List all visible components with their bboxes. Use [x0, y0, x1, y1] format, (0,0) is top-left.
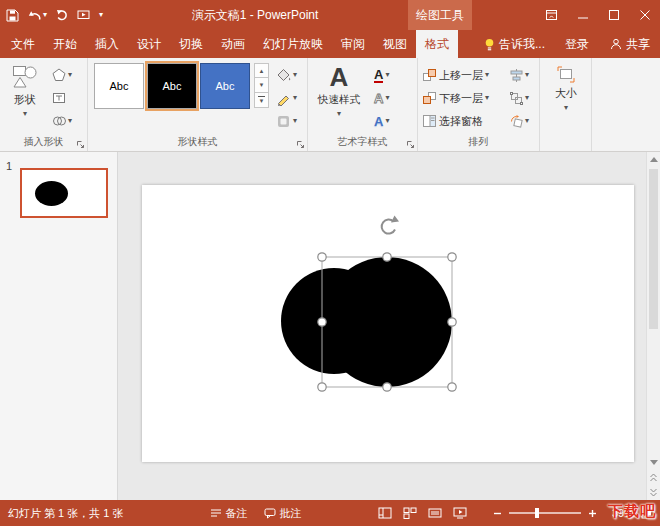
zoom-slider-thumb[interactable]	[535, 508, 539, 518]
minus-icon	[493, 509, 502, 518]
handle-bottom-center[interactable]	[383, 383, 391, 391]
shape-styles-dialog-launcher[interactable]	[296, 140, 305, 149]
shapes-gallery-button[interactable]: 形状 ▾	[4, 59, 46, 118]
slide-indicator[interactable]: 幻灯片 第 1 张，共 1 张	[8, 506, 124, 521]
rotate-button[interactable]: ▾	[510, 112, 529, 130]
dropdown-caret-icon: ▾	[293, 94, 297, 102]
shape-style-preset-2-selected[interactable]: Abc	[147, 63, 197, 109]
size-button[interactable]: 大小 ▾	[544, 61, 588, 112]
sign-in-button[interactable]: 登录	[554, 36, 600, 53]
tab-view[interactable]: 视图	[374, 30, 416, 58]
next-slide-button[interactable]	[647, 485, 660, 500]
scrollbar-track[interactable]	[647, 167, 660, 455]
tab-insert[interactable]: 插入	[86, 30, 128, 58]
save-button[interactable]	[6, 9, 19, 22]
down-arrow-icon: ▼	[259, 82, 265, 88]
tab-slideshow[interactable]: 幻灯片放映	[254, 30, 332, 58]
double-chevron-up-icon	[649, 473, 658, 482]
selection-pane-label: 选择窗格	[439, 114, 483, 129]
handle-top-left[interactable]	[318, 253, 326, 261]
scroll-up-button[interactable]	[647, 152, 660, 167]
insert-shapes-dialog-launcher[interactable]	[76, 140, 85, 149]
shapes-label: 形状	[14, 92, 36, 107]
normal-view-button[interactable]	[378, 507, 392, 519]
text-box-icon	[52, 91, 66, 105]
handle-middle-left[interactable]	[318, 318, 326, 326]
redo-button[interactable]	[56, 9, 68, 21]
group-wordart-styles: A 快速样式 ▾ A ▾ A ▾ A ▾ 艺术字样式	[308, 58, 418, 151]
scroll-down-button[interactable]	[647, 455, 660, 470]
zoom-in-button[interactable]	[588, 509, 597, 518]
tab-file[interactable]: 文件	[2, 30, 44, 58]
maximize-button[interactable]	[598, 0, 629, 30]
handle-top-right[interactable]	[448, 253, 456, 261]
shape-style-preset-3[interactable]: Abc	[200, 63, 250, 109]
selected-shape[interactable]	[281, 257, 452, 387]
gallery-scroll-down-button[interactable]: ▼	[254, 78, 269, 93]
shape-fill-button[interactable]: ▾	[276, 66, 297, 84]
group-objects-button[interactable]: ▾	[510, 89, 529, 107]
close-button[interactable]	[629, 0, 660, 30]
ribbon-display-options-button[interactable]	[536, 0, 567, 30]
quick-styles-button[interactable]: A 快速样式 ▾	[312, 59, 366, 118]
gallery-more-button[interactable]: ▼	[254, 93, 269, 108]
selection-pane-button[interactable]: 选择窗格	[422, 112, 483, 130]
notes-button[interactable]: 备注	[210, 506, 248, 521]
tab-transitions[interactable]: 切换	[170, 30, 212, 58]
handle-middle-right[interactable]	[448, 318, 456, 326]
group-shape-styles: Abc Abc Abc ▲ ▼ ▼ ▾ ▾ ▾	[88, 58, 308, 151]
dropdown-caret-icon[interactable]: ▾	[43, 11, 47, 19]
down-arrow-icon: ▼	[259, 98, 265, 104]
text-fill-button[interactable]: A ▾	[374, 66, 389, 84]
dropdown-caret-icon: ▾	[293, 71, 297, 79]
wordart-dialog-launcher[interactable]	[406, 140, 415, 149]
tab-animations[interactable]: 动画	[212, 30, 254, 58]
slide-thumbnail-selected[interactable]	[20, 168, 108, 218]
shape-style-preset-1[interactable]: Abc	[94, 63, 144, 109]
gallery-scroll-up-button[interactable]: ▲	[254, 63, 269, 78]
up-arrow-icon	[650, 157, 658, 162]
tab-review[interactable]: 审阅	[332, 30, 374, 58]
plus-icon	[588, 509, 597, 518]
shape-outline-button[interactable]: ▾	[276, 89, 297, 107]
slide-sorter-view-button[interactable]	[403, 507, 417, 519]
tab-home[interactable]: 开始	[44, 30, 86, 58]
undo-button[interactable]: ▾	[28, 10, 47, 21]
statusbar: 幻灯片 第 1 张，共 1 张 备注 批注	[0, 500, 660, 526]
merge-shapes-button[interactable]: ▾	[52, 112, 72, 130]
start-slideshow-button[interactable]	[77, 10, 90, 21]
edit-shape-button[interactable]: ▾	[52, 66, 72, 84]
text-box-button[interactable]	[52, 89, 66, 107]
handle-bottom-right[interactable]	[448, 383, 456, 391]
slide-canvas[interactable]	[142, 185, 634, 462]
tab-design[interactable]: 设计	[128, 30, 170, 58]
share-label: 共享	[626, 36, 650, 53]
dropdown-caret-icon: ▾	[385, 94, 389, 102]
shape-styles-group-label: 形状样式	[88, 135, 307, 149]
rotation-handle[interactable]	[382, 216, 399, 234]
down-arrow-icon	[650, 460, 658, 465]
ribbon-display-options-icon	[545, 9, 558, 21]
zoom-out-button[interactable]	[493, 509, 502, 518]
rotate-icon	[510, 115, 523, 128]
handle-bottom-left[interactable]	[318, 383, 326, 391]
bring-forward-button[interactable]: 上移一层 ▾	[422, 66, 489, 84]
tell-me-button[interactable]: 告诉我...	[475, 36, 554, 53]
tab-format[interactable]: 格式	[416, 30, 458, 58]
handle-top-center[interactable]	[383, 253, 391, 261]
text-effects-button[interactable]: A ▾	[374, 112, 389, 130]
align-button[interactable]: ▾	[510, 66, 529, 84]
zoom-slider[interactable]	[509, 512, 581, 514]
double-chevron-down-icon	[649, 488, 658, 497]
text-outline-button[interactable]: A ▾	[374, 89, 389, 107]
customize-qat-button[interactable]: ▾	[99, 11, 103, 19]
previous-slide-button[interactable]	[647, 470, 660, 485]
reading-view-button[interactable]	[428, 507, 442, 519]
shape-effects-button[interactable]: ▾	[276, 112, 297, 130]
share-button[interactable]: 共享	[600, 36, 660, 53]
minimize-button[interactable]	[567, 0, 598, 30]
send-backward-button[interactable]: 下移一层 ▾	[422, 89, 489, 107]
comments-button[interactable]: 批注	[264, 506, 302, 521]
slideshow-view-button[interactable]	[453, 507, 467, 519]
scrollbar-thumb[interactable]	[649, 169, 658, 329]
